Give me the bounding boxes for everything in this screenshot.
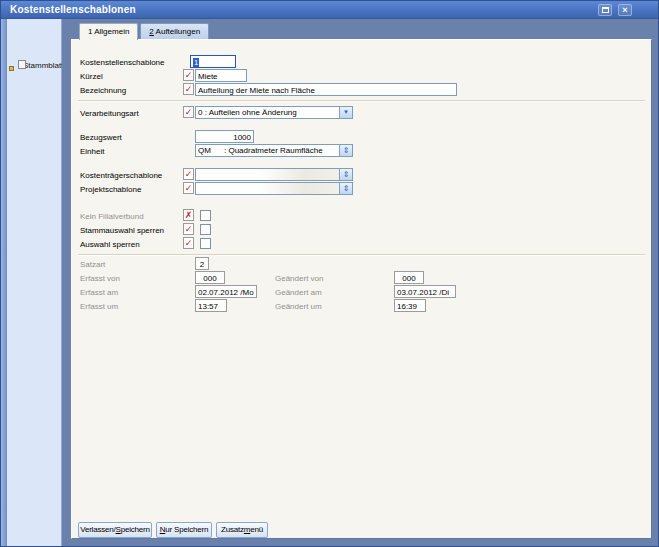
einheit-value: : Quadratmeter Raumfläche	[224, 146, 323, 155]
einheit-code: QM	[198, 145, 224, 156]
separator	[78, 100, 645, 102]
geaendert-um-label: Geändert um	[275, 301, 322, 312]
kostentraegerschablone-combo[interactable]: ⇕	[195, 168, 353, 181]
verarbeitungsart-dropdown[interactable]: 0 : Aufteilen ohne Änderung ▼	[195, 106, 353, 119]
kostentraegerschablone-label: Kostenträgerschablone	[80, 170, 162, 181]
tab-bar: 1 Allgemein 2 Aufteilungen	[79, 23, 211, 40]
bezeichnung-input[interactable]: Aufteilung der Miete nach Fläche	[195, 83, 457, 96]
title-bar: Kostenstellenschablonen ×	[1, 1, 658, 19]
geaendert-von-label: Geändert von	[275, 273, 323, 284]
kein-filialverbund-cross-icon[interactable]: ✗	[183, 209, 194, 221]
bezugswert-label: Bezugswert	[80, 132, 122, 143]
bezugswert-input[interactable]: 1000	[195, 130, 254, 143]
dropdown-arrow-icon[interactable]: ▼	[339, 107, 352, 118]
stammauswahl-sperren-checkbox[interactable]	[200, 224, 211, 235]
geaendert-am-label: Geändert am	[275, 287, 322, 298]
sidebar-item-stammblatt[interactable]: Stammblatt	[9, 60, 63, 71]
erfasst-um-label: Erfasst um	[80, 301, 118, 312]
geaendert-am-value: 03.07.2012 /Di	[394, 285, 456, 298]
bezeichnung-label: Bezeichnung	[80, 85, 126, 96]
window-controls: ×	[598, 4, 632, 16]
tab-allgemein[interactable]: 1 Allgemein	[79, 23, 138, 40]
spinner-icon[interactable]: ⇕	[339, 169, 352, 180]
erfasst-am-value: 02.07.2012 /Mo	[195, 285, 257, 298]
separator	[78, 254, 645, 256]
sidebar-item-label: Stammblatt	[23, 61, 63, 70]
stammauswahl-sperren-check-icon[interactable]: ✓	[183, 223, 194, 235]
verlassen-speichern-button[interactable]: Verlassen/Speichern	[78, 522, 152, 538]
bezeichnung-check-icon[interactable]: ✓	[183, 83, 194, 95]
erfasst-um-value: 13:57	[195, 299, 227, 312]
erfasst-von-label: Erfasst von	[80, 273, 120, 284]
kein-filialverbund-checkbox[interactable]	[200, 210, 211, 221]
spinner-icon[interactable]: ⇕	[339, 183, 352, 194]
zusatzmenu-button[interactable]: Zusatzmenü	[216, 522, 268, 538]
geaendert-von-value: 000	[394, 271, 424, 284]
kuerzel-input[interactable]: Miete	[195, 69, 247, 82]
auswahl-sperren-check-icon[interactable]: ✓	[183, 237, 194, 249]
projektschablone-combo[interactable]: ⇕	[195, 182, 353, 195]
projektschablone-label: Projektschablone	[80, 184, 141, 195]
projektschablone-check-icon[interactable]: ✓	[183, 182, 194, 194]
geaendert-um-value: 16:39	[394, 299, 426, 312]
kostenstellenschablone-label: Kostenstellenschablone	[80, 57, 165, 68]
spinner-icon[interactable]: ⇕	[339, 145, 352, 156]
satzart-label: Satzart	[80, 259, 105, 270]
kostenstellenschablone-input[interactable]: 1	[190, 55, 236, 68]
close-button[interactable]: ×	[618, 4, 632, 16]
stammblatt-icon	[9, 60, 20, 71]
window-title: Kostenstellenschablonen	[1, 4, 136, 15]
tab-page-allgemein: Kostenstellenschablone 1 Kürzel ✓ Miete …	[71, 39, 652, 539]
verarbeitungsart-label: Verarbeitungsart	[80, 108, 139, 119]
nur-speichern-button[interactable]: Nur Speichern	[156, 522, 212, 538]
app-window: Kostenstellenschablonen × Stammblatt 1 A…	[0, 0, 659, 547]
satzart-value: 2	[195, 257, 209, 270]
kuerzel-check-icon[interactable]: ✓	[183, 69, 194, 81]
restore-icon	[602, 7, 609, 13]
einheit-label: Einheit	[80, 146, 104, 157]
kostenstellenschablone-value: 1	[193, 58, 199, 67]
kein-filialverbund-label: Kein Filialverbund	[80, 211, 144, 222]
kostentraegerschablone-value	[196, 169, 339, 180]
projektschablone-value	[196, 183, 339, 194]
erfasst-am-label: Erfasst am	[80, 287, 118, 298]
verarbeitungsart-value: 0 : Aufteilen ohne Änderung	[196, 107, 339, 118]
main-area: 1 Allgemein 2 Aufteilungen Kostenstellen…	[62, 19, 658, 546]
verarbeitungsart-check-icon[interactable]: ✓	[183, 106, 194, 118]
einheit-combo[interactable]: QM: Quadratmeter Raumfläche ⇕	[195, 144, 353, 157]
auswahl-sperren-label: Auswahl sperren	[80, 239, 140, 250]
erfasst-von-value: 000	[195, 271, 225, 284]
sidebar: Stammblatt	[7, 19, 62, 546]
kuerzel-label: Kürzel	[80, 71, 103, 82]
auswahl-sperren-checkbox[interactable]	[200, 238, 211, 249]
kostentraegerschablone-check-icon[interactable]: ✓	[183, 168, 194, 180]
stammauswahl-sperren-label: Stammauswahl sperren	[80, 225, 164, 236]
tab-aufteilungen[interactable]: 2 Aufteilungen	[140, 23, 209, 39]
close-icon: ×	[622, 5, 627, 15]
restore-button[interactable]	[598, 4, 612, 16]
